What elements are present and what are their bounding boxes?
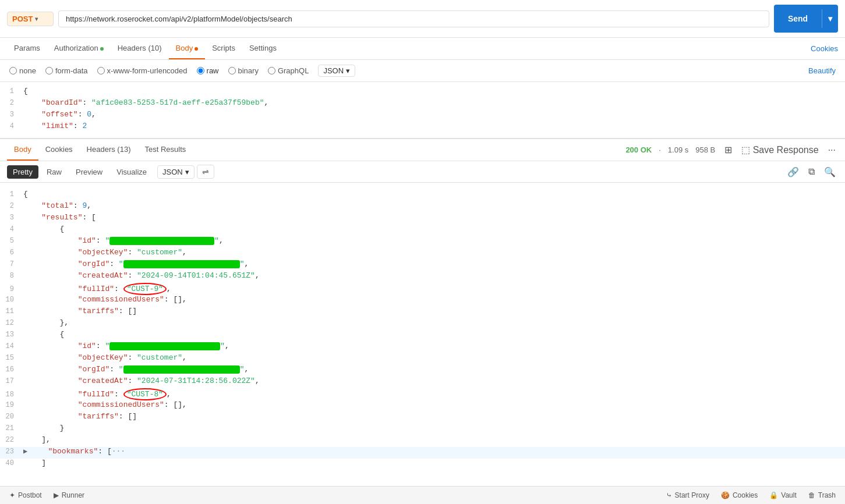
- tab-headers[interactable]: Headers (10): [111, 38, 169, 59]
- format-dropdown[interactable]: JSON ▾: [318, 65, 355, 77]
- resp-tab-headers[interactable]: Headers (13): [80, 139, 138, 161]
- trash-icon: 🗑: [808, 491, 815, 499]
- view-tab-raw[interactable]: Raw: [41, 165, 68, 179]
- option-form-data[interactable]: form-data: [45, 66, 88, 75]
- view-actions: 🔗 ⧉ 🔍: [785, 165, 838, 179]
- top-bar: POST ▾ Send ▾: [0, 0, 845, 38]
- resp-line-3: 3 "results": [: [0, 213, 845, 225]
- resp-tab-body[interactable]: Body: [7, 139, 38, 161]
- tab-authorization[interactable]: Authorization: [47, 38, 111, 59]
- tab-scripts[interactable]: Scripts: [205, 38, 242, 59]
- status-indicators: 200 OK · 1.09 s 958 B ⊞ ⬚ Save Response …: [625, 143, 838, 157]
- bottom-bar: ✦ Postbot ▶ Runner ⤷ Start Proxy 🍪 Cooki…: [0, 486, 845, 504]
- resp-line-2: 2 "total": 9,: [0, 201, 845, 213]
- tab-params[interactable]: Params: [7, 38, 47, 59]
- view-tab-preview[interactable]: Preview: [70, 165, 108, 179]
- copy-icon-btn[interactable]: ⧉: [806, 165, 817, 179]
- response-tabs-bar: Body Cookies Headers (13) Test Results 2…: [0, 139, 845, 161]
- resp-tab-cookies[interactable]: Cookies: [38, 139, 80, 161]
- resp-line-14: 14 "id": "",: [0, 342, 845, 353]
- resp-line-22: 22 ],: [0, 435, 845, 447]
- resp-format-chevron-icon: ▾: [185, 168, 189, 176]
- resp-line-12: 12 },: [0, 318, 845, 330]
- save-icon: ⬚: [741, 145, 750, 155]
- tab-body[interactable]: Body: [169, 38, 206, 59]
- network-icon-btn[interactable]: ⊞: [722, 143, 734, 157]
- resp-line-7: 7 "orgId": "",: [0, 260, 845, 271]
- resp-line-40: 40 ]: [0, 459, 845, 470]
- postbot-icon: ✦: [9, 491, 15, 499]
- postbot-btn[interactable]: ✦ Postbot: [9, 491, 42, 499]
- option-none[interactable]: none: [9, 66, 36, 75]
- req-line-2: 2 "boardId": "af1c0e83-5253-517d-aeff-e2…: [0, 98, 845, 110]
- resp-line-5: 5 "id": "",: [0, 236, 845, 248]
- link-icon-btn[interactable]: 🔗: [785, 165, 801, 179]
- trash-btn[interactable]: 🗑 Trash: [808, 491, 836, 499]
- resp-line-13: 13 {: [0, 330, 845, 342]
- response-code: 1{ 2 "total": 9, 3 "results": [ 4 { 5 "i…: [0, 185, 845, 475]
- option-binary[interactable]: binary: [228, 66, 259, 75]
- beautify-button[interactable]: Beautify: [808, 66, 836, 75]
- status-actions: ⊞ ⬚ Save Response ···: [722, 143, 838, 157]
- request-editor: 1 { 2 "boardId": "af1c0e83-5253-517d-aef…: [0, 82, 845, 139]
- status-separator: ·: [659, 145, 661, 154]
- resp-tab-test-results[interactable]: Test Results: [137, 139, 193, 161]
- method-select[interactable]: POST ▾: [7, 12, 54, 26]
- search-icon-btn[interactable]: 🔍: [822, 165, 838, 179]
- option-raw[interactable]: raw: [197, 66, 219, 75]
- cookies-icon: 🍪: [721, 491, 730, 499]
- vault-btn[interactable]: 🔒 Vault: [769, 491, 796, 499]
- req-line-4: 4 "limit": 2: [0, 122, 845, 133]
- format-chevron-icon: ▾: [346, 66, 350, 75]
- req-line-1: 1 {: [0, 87, 845, 98]
- cookies-link[interactable]: Cookies: [811, 44, 838, 53]
- send-chevron-icon[interactable]: ▾: [822, 9, 838, 28]
- url-input[interactable]: [58, 10, 769, 27]
- response-size: 958 B: [695, 145, 715, 154]
- resp-line-18: 18 "fullId": "CUST-8",: [0, 388, 845, 400]
- req-line-3: 3 "offset": 0,: [0, 110, 845, 122]
- option-urlencoded[interactable]: x-www-form-urlencoded: [97, 66, 188, 75]
- resp-line-21: 21 }: [0, 424, 845, 435]
- resp-line-19: 19 "commissionedUsers": [],: [0, 400, 845, 412]
- view-tabs: Pretty Raw Preview Visualize JSON ▾ ⇌ 🔗 …: [0, 161, 845, 183]
- response-body[interactable]: 1{ 2 "total": 9, 3 "results": [ 4 { 5 "i…: [0, 183, 845, 486]
- runner-btn[interactable]: ▶ Runner: [54, 491, 84, 499]
- resp-line-16: 16 "orgId": "",: [0, 365, 845, 377]
- resp-line-10: 10 "commissionedUsers": [],: [0, 295, 845, 307]
- save-response-btn[interactable]: ⬚ Save Response: [739, 143, 821, 157]
- proxy-icon: ⤷: [666, 491, 672, 499]
- resp-line-1: 1{: [0, 190, 845, 201]
- resp-line-11: 11 "tariffs": []: [0, 307, 845, 318]
- request-tabs: Params Authorization Headers (10) Body S…: [0, 38, 845, 60]
- view-tab-pretty[interactable]: Pretty: [7, 165, 38, 179]
- send-label: Send: [774, 9, 822, 28]
- body-options: none form-data x-www-form-urlencoded raw…: [0, 60, 845, 82]
- resp-line-9: 9 "fullId": "CUST-9",: [0, 283, 845, 295]
- resp-line-20: 20 "tariffs": []: [0, 412, 845, 424]
- start-proxy-btn[interactable]: ⤷ Start Proxy: [666, 491, 709, 499]
- status-code: 200 OK: [625, 145, 652, 154]
- runner-icon: ▶: [54, 491, 59, 499]
- send-button[interactable]: Send ▾: [774, 5, 838, 33]
- response-format-dropdown[interactable]: JSON ▾: [157, 165, 195, 179]
- resp-line-23[interactable]: 23 ▶ "bookmarks": [···: [0, 447, 845, 459]
- resp-line-15: 15 "objectKey": "customer",: [0, 353, 845, 365]
- resp-line-17: 17 "createdAt": "2024-07-31T14:28:56.022…: [0, 377, 845, 388]
- option-graphql[interactable]: GraphQL: [268, 66, 309, 75]
- vault-icon: 🔒: [769, 491, 778, 499]
- wrap-button[interactable]: ⇌: [197, 165, 214, 179]
- tab-settings[interactable]: Settings: [242, 38, 284, 59]
- request-body-code[interactable]: 1 { 2 "boardId": "af1c0e83-5253-517d-aef…: [0, 82, 845, 138]
- response-time: 1.09 s: [668, 145, 688, 154]
- view-tab-visualize[interactable]: Visualize: [111, 165, 153, 179]
- more-options-btn[interactable]: ···: [826, 144, 838, 157]
- resp-line-6: 6 "objectKey": "customer",: [0, 248, 845, 260]
- resp-line-4: 4 {: [0, 225, 845, 236]
- method-label: POST: [12, 15, 33, 23]
- resp-line-8: 8 "createdAt": "2024-09-14T01:04:45.651Z…: [0, 271, 845, 283]
- cookies-bottom-btn[interactable]: 🍪 Cookies: [721, 491, 758, 499]
- method-chevron-icon: ▾: [35, 16, 38, 22]
